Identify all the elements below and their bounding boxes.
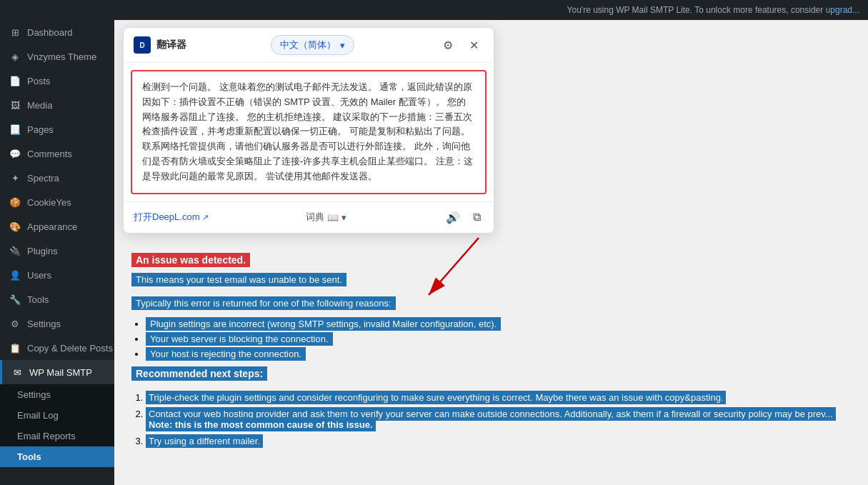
- sidebar-item-spectra[interactable]: ✦ Spectra: [0, 166, 114, 190]
- translator-footer-right: 🔊 ⧉: [443, 208, 484, 227]
- translator-dict: 词典 📖 ▾: [306, 211, 346, 224]
- translator-controls: ⚙ ✕: [438, 35, 484, 55]
- sidebar-item-settings[interactable]: ⚙ Settings: [0, 311, 114, 336]
- sidebar-item-users[interactable]: 👤 Users: [0, 263, 114, 287]
- sidebar-item-tools[interactable]: 🔧 Tools: [0, 287, 114, 311]
- sidebar-item-vnzymes[interactable]: ◈ Vnzymes Theme: [0, 44, 114, 69]
- translator-lang-selector[interactable]: 中文（简体） ▾: [271, 35, 354, 55]
- pages-icon: 📃: [9, 123, 21, 136]
- dict-chevron-icon: ▾: [341, 212, 346, 223]
- deepl-link[interactable]: 打开DeepL.com ↗: [134, 211, 209, 224]
- sidebar-item-wp-settings[interactable]: Settings: [0, 384, 114, 405]
- users-icon: 👤: [9, 269, 21, 281]
- list-item: Try using a different mailer.: [146, 436, 851, 446]
- sidebar-item-appearance[interactable]: 🎨 Appearance: [0, 214, 114, 239]
- media-icon: 🖼: [9, 99, 21, 111]
- translator-close-button[interactable]: ✕: [464, 35, 484, 55]
- cookieyes-icon: 🍪: [9, 196, 21, 209]
- sidebar-item-pages[interactable]: 📃 Pages: [0, 117, 114, 141]
- translator-footer: 打开DeepL.com ↗ 词典 📖 ▾ 🔊 ⧉: [124, 201, 494, 233]
- spectra-icon: ✦: [9, 171, 21, 184]
- copy-delete-icon: 📋: [9, 341, 21, 354]
- sidebar-item-plugins[interactable]: 🔌 Plugins: [0, 239, 114, 263]
- sidebar-item-comments[interactable]: 💬 Comments: [0, 141, 114, 166]
- top-bar: You're using WP Mail SMTP Lite. To unloc…: [0, 0, 868, 20]
- list-item: Contact your web hosting provider and as…: [146, 409, 851, 430]
- appearance-icon: 🎨: [9, 220, 21, 233]
- sidebar-item-wpmailsmtp[interactable]: ✉ WP Mail SMTP: [0, 360, 114, 384]
- top-bar-notice: You're using WP Mail SMTP Lite. To unloc…: [567, 5, 824, 15]
- list-item: Your host is rejecting the connection.: [146, 349, 851, 359]
- sidebar-item-dashboard[interactable]: ⊞ Dashboard: [0, 20, 114, 44]
- sidebar-item-email-reports[interactable]: Email Reports: [0, 426, 114, 446]
- sidebar-item-media[interactable]: 🖼 Media: [0, 93, 114, 117]
- external-link-icon: ↗: [202, 213, 209, 222]
- posts-icon: 📄: [9, 74, 21, 87]
- steps-list: Triple-check the plugin settings and con…: [146, 392, 851, 446]
- upgrade-link[interactable]: upgrad...: [826, 5, 859, 15]
- sidebar-item-email-log[interactable]: Email Log: [0, 405, 114, 426]
- issue-sub-para: This means your test email was unable to…: [131, 273, 851, 291]
- list-item: Plugin settings are incorrect (wrong SMT…: [146, 319, 851, 329]
- wpmail-icon: ✉: [11, 366, 24, 379]
- reasons-list: Plugin settings are incorrect (wrong SMT…: [146, 319, 851, 359]
- settings-icon: ⚙: [9, 317, 21, 330]
- typically-para: Typically this error is returned for one…: [131, 296, 851, 314]
- translator-copy-button[interactable]: ⧉: [470, 208, 484, 226]
- translator-brand: D 翻译器: [134, 36, 186, 54]
- wpmailsmtp-submenu: Settings Email Log Email Reports Tools: [0, 384, 114, 467]
- plugins-icon: 🔌: [9, 244, 21, 257]
- sidebar: ⊞ Dashboard ◈ Vnzymes Theme 📄 Posts 🖼 Me…: [0, 20, 114, 485]
- translator-audio-button[interactable]: 🔊: [443, 208, 463, 227]
- dashboard-icon: ⊞: [9, 26, 21, 39]
- dict-icon: 📖: [327, 212, 339, 223]
- sidebar-item-cookieyes[interactable]: 🍪 CookieYes: [0, 190, 114, 214]
- recommended-title: Recommended next steps:: [131, 366, 851, 386]
- translator-body: 检测到一个问题。 这意味着您的测试电子邮件无法发送。 通常，返回此错误的原因如下…: [131, 70, 487, 194]
- list-item: Your web server is blocking the connecti…: [146, 334, 851, 344]
- main-content: An issue was detected. This means your t…: [131, 253, 851, 468]
- vnzymes-icon: ◈: [9, 50, 21, 63]
- chevron-down-icon: ▾: [340, 40, 345, 51]
- translator-settings-button[interactable]: ⚙: [438, 35, 458, 55]
- tools-icon: 🔧: [9, 293, 21, 306]
- comments-icon: 💬: [9, 147, 21, 160]
- translator-popup: D 翻译器 中文（简体） ▾ ⚙ ✕ 检测到一个问题。 这意味着您的测试电子邮件…: [123, 27, 494, 234]
- translator-brand-icon: D: [134, 36, 151, 54]
- list-item: Triple-check the plugin settings and con…: [146, 392, 851, 403]
- issue-detected-title: An issue was detected.: [131, 253, 851, 273]
- sidebar-item-wp-tools[interactable]: Tools: [0, 446, 114, 467]
- sidebar-item-posts[interactable]: 📄 Posts: [0, 69, 114, 93]
- translator-header: D 翻译器 中文（简体） ▾ ⚙ ✕: [124, 28, 494, 63]
- sidebar-item-copy-delete[interactable]: 📋 Copy & Delete Posts: [0, 336, 114, 360]
- content-area: D 翻译器 中文（简体） ▾ ⚙ ✕ 检测到一个问题。 这意味着您的测试电子邮件…: [114, 20, 868, 485]
